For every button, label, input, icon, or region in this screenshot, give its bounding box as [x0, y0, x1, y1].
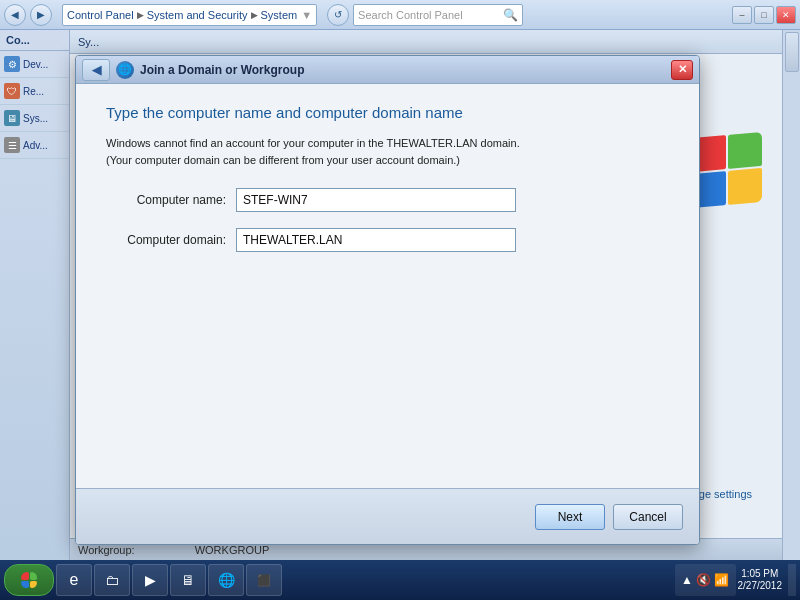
- start-button[interactable]: [4, 564, 54, 596]
- clock: 1:05 PM 2/27/2012: [738, 568, 783, 592]
- show-desktop-button[interactable]: [788, 564, 796, 596]
- dialog-error-message: Windows cannot find an account for your …: [106, 135, 669, 168]
- taskbar-media[interactable]: ▶: [132, 564, 168, 596]
- start-flag-y: [30, 581, 38, 589]
- content-section-label: Sy...: [78, 36, 99, 48]
- tray-icons: ▲ 🔇 📶: [681, 573, 730, 587]
- forward-button[interactable]: ▶: [30, 4, 52, 26]
- content-header: Sy...: [70, 30, 782, 54]
- sidebar-label-2: Sys...: [23, 113, 48, 124]
- computer-domain-label: Computer domain:: [106, 233, 236, 247]
- taskbar: e 🗀 ▶ 🖥 🌐 ⬛ ▲ 🔇 📶 1:05 PM 2/27/2012: [0, 560, 800, 600]
- cancel-button[interactable]: Cancel: [613, 504, 683, 530]
- minimize-button[interactable]: –: [732, 6, 752, 24]
- back-button[interactable]: ◀: [4, 4, 26, 26]
- dialog-title-area: ◀ 🌐 Join a Domain or Workgroup: [82, 59, 304, 81]
- taskbar-cmd[interactable]: ⬛: [246, 564, 282, 596]
- dialog-body: Type the computer name and computer doma…: [76, 84, 699, 288]
- windows-flag: [692, 132, 762, 208]
- clock-time: 1:05 PM: [741, 568, 778, 580]
- search-icon: 🔍: [503, 8, 518, 22]
- dialog-back-button[interactable]: ◀: [82, 59, 110, 81]
- sidebar-label-1: Re...: [23, 86, 44, 97]
- taskbar-control[interactable]: 🖥: [170, 564, 206, 596]
- sep2: ▶: [251, 10, 258, 20]
- sidebar-item-1[interactable]: 🛡 Re...: [0, 78, 69, 105]
- flag-green: [728, 132, 762, 169]
- sidebar-item-0[interactable]: ⚙ Dev...: [0, 51, 69, 78]
- sidebar-icon-2: 🖥: [4, 110, 20, 126]
- sidebar-icon-3: ☰: [4, 137, 20, 153]
- search-box[interactable]: Search Control Panel 🔍: [353, 4, 523, 26]
- sidebar-item-2[interactable]: 🖥 Sys...: [0, 105, 69, 132]
- address-bar[interactable]: Control Panel ▶ System and Security ▶ Sy…: [62, 4, 317, 26]
- computer-domain-input[interactable]: [236, 228, 516, 252]
- sidebar-label-0: Dev...: [23, 59, 48, 70]
- sidebar-icon-0: ⚙: [4, 56, 20, 72]
- dialog: ◀ 🌐 Join a Domain or Workgroup ✕ Type th…: [75, 55, 700, 545]
- dialog-footer: Next Cancel: [76, 488, 699, 544]
- workgroup-label: Workgroup:: [78, 544, 135, 556]
- flag-yellow: [728, 168, 762, 205]
- titlebar-left: ◀ ▶ Control Panel ▶ System and Security …: [4, 4, 523, 26]
- error-line1: Windows cannot find an account for your …: [106, 137, 520, 149]
- computer-name-label: Computer name:: [106, 193, 236, 207]
- sep1: ▶: [137, 10, 144, 20]
- breadcrumb-sys: System: [261, 9, 298, 21]
- search-placeholder: Search Control Panel: [358, 9, 463, 21]
- sidebar: Co... ⚙ Dev... 🛡 Re... 🖥 Sys... ☰ Adv...: [0, 30, 70, 560]
- sidebar-item-3[interactable]: ☰ Adv...: [0, 132, 69, 159]
- next-button[interactable]: Next: [535, 504, 605, 530]
- dialog-heading: Type the computer name and computer doma…: [106, 104, 669, 121]
- dialog-globe-icon: 🌐: [116, 61, 134, 79]
- system-tray: ▲ 🔇 📶: [675, 564, 736, 596]
- taskbar-network[interactable]: 🌐: [208, 564, 244, 596]
- computer-name-input[interactable]: [236, 188, 516, 212]
- start-flag: [21, 572, 37, 588]
- main-titlebar: ◀ ▶ Control Panel ▶ System and Security …: [0, 0, 800, 30]
- workgroup-value: WORKGROUP: [195, 544, 270, 556]
- start-flag-g: [30, 572, 38, 580]
- page-settings-link[interactable]: ge settings: [699, 488, 752, 500]
- breadcrumb-ss: System and Security: [147, 9, 248, 21]
- computer-domain-row: Computer domain:: [106, 228, 669, 252]
- scrollbar-vertical[interactable]: [782, 30, 800, 560]
- clock-date: 2/27/2012: [738, 580, 783, 592]
- dialog-titlebar: ◀ 🌐 Join a Domain or Workgroup ✕: [76, 56, 699, 84]
- dialog-close-button[interactable]: ✕: [671, 60, 693, 80]
- maximize-button[interactable]: □: [754, 6, 774, 24]
- start-flag-r: [21, 572, 29, 580]
- start-flag-b: [21, 581, 29, 589]
- titlebar-controls: – □ ✕: [732, 6, 796, 24]
- computer-name-row: Computer name:: [106, 188, 669, 212]
- refresh-button[interactable]: ↺: [327, 4, 349, 26]
- taskbar-explorer[interactable]: 🗀: [94, 564, 130, 596]
- error-line2: (Your computer domain can be different f…: [106, 154, 460, 166]
- sidebar-label-3: Adv...: [23, 140, 48, 151]
- taskbar-ie[interactable]: e: [56, 564, 92, 596]
- scrollbar-thumb[interactable]: [785, 32, 799, 72]
- breadcrumb-cp: Control Panel: [67, 9, 134, 21]
- close-button[interactable]: ✕: [776, 6, 796, 24]
- dialog-title-text: Join a Domain or Workgroup: [140, 63, 304, 77]
- sidebar-icon-1: 🛡: [4, 83, 20, 99]
- sidebar-title: Co...: [0, 30, 69, 51]
